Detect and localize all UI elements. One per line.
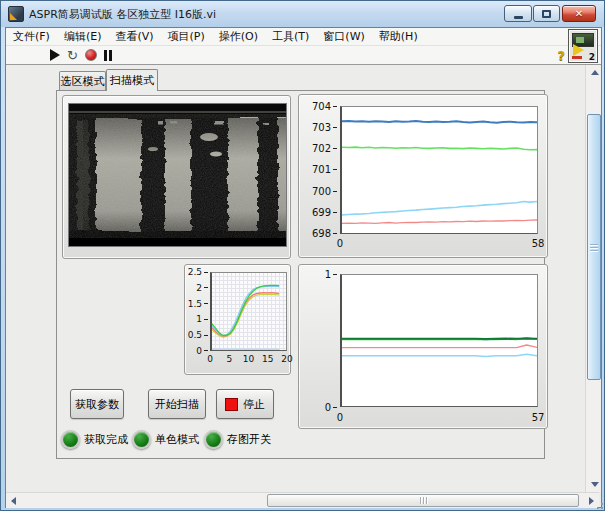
toolbar: ↻ bbox=[6, 46, 601, 65]
x-axis-labels: 05101520 bbox=[210, 354, 287, 364]
menu-item-7[interactable]: 窗口(W) bbox=[316, 29, 371, 44]
led-acquire-done: 获取完成 bbox=[61, 430, 128, 449]
horizontal-scrollbar[interactable] bbox=[6, 492, 599, 508]
series-blue bbox=[342, 121, 537, 123]
run-continuous-icon[interactable]: ↻ bbox=[67, 49, 78, 62]
led-label: 单色模式 bbox=[155, 432, 199, 447]
camera-image-graphic bbox=[69, 104, 286, 246]
menu-item-1[interactable]: 文件(F) bbox=[6, 29, 57, 44]
labview-app-icon bbox=[8, 6, 24, 22]
start-scan-label: 开始扫描 bbox=[155, 397, 199, 412]
horizontal-scroll-thumb[interactable] bbox=[267, 494, 579, 507]
vi-icon-arrow bbox=[573, 44, 584, 56]
menu-item-5[interactable]: 操作(O) bbox=[212, 29, 265, 44]
menu-item-6[interactable]: 工具(T) bbox=[265, 29, 316, 44]
maximize-icon bbox=[542, 10, 551, 18]
normalized-waveform-chart: 10 057 bbox=[298, 264, 548, 429]
get-params-label: 获取参数 bbox=[75, 397, 119, 412]
camera-image-panel bbox=[62, 95, 291, 259]
led-label: 获取完成 bbox=[84, 432, 128, 447]
abort-button-icon[interactable] bbox=[85, 49, 97, 61]
vi-icon: 2 bbox=[568, 29, 598, 63]
x-axis-labels: 058 bbox=[340, 238, 538, 249]
plot-area bbox=[340, 274, 538, 407]
series-green bbox=[342, 147, 537, 150]
y-axis-labels: 2.521.510.50 bbox=[185, 272, 208, 351]
stop-button[interactable]: 停止 bbox=[216, 389, 274, 419]
tab-scan-mode[interactable]: 扫描模式 bbox=[106, 69, 158, 91]
led-label: 存图开关 bbox=[227, 432, 271, 447]
menu-item-2[interactable]: 编辑(E) bbox=[57, 29, 109, 44]
plot-lines bbox=[342, 275, 537, 406]
plot-area bbox=[340, 106, 538, 234]
client-area: 文件(F)编辑(E)查看(V)项目(P)操作(O)工具(T)窗口(W)帮助(H)… bbox=[5, 27, 602, 508]
series-yellow bbox=[212, 294, 279, 337]
scroll-up-icon[interactable] bbox=[591, 70, 599, 75]
menu-bar: 文件(F)编辑(E)查看(V)项目(P)操作(O)工具(T)窗口(W)帮助(H) bbox=[6, 28, 601, 46]
series-red bbox=[342, 345, 537, 348]
series-red bbox=[342, 220, 537, 223]
close-button[interactable]: ✕ bbox=[562, 5, 596, 22]
camera-image bbox=[68, 103, 287, 247]
app-window: ASPR简易调试版 各区独立型 I16版.vi ✕ 文件(F)编辑(E)查看(V… bbox=[0, 0, 605, 511]
led-indicator bbox=[61, 430, 80, 449]
y-axis-labels: 10 bbox=[303, 274, 337, 407]
plot-area bbox=[210, 272, 287, 351]
calibration-curve-graph: 2.521.510.50 05101520 bbox=[184, 264, 291, 375]
title-bar[interactable]: ASPR简易调试版 各区独立型 I16版.vi ✕ bbox=[1, 1, 604, 27]
close-icon: ✕ bbox=[575, 8, 583, 19]
series-lightblue bbox=[342, 354, 537, 356]
tab-selection-mode[interactable]: 选区模式 bbox=[59, 71, 106, 90]
scan-waveform-chart: 704703702701700699698 058 bbox=[298, 94, 548, 258]
scroll-left-button[interactable] bbox=[6, 493, 22, 509]
plot-lines bbox=[342, 107, 537, 233]
x-axis-labels: 057 bbox=[340, 412, 538, 423]
window-title: ASPR简易调试版 各区独立型 I16版.vi bbox=[29, 7, 216, 22]
series-lightblue bbox=[342, 202, 537, 215]
led-mono-mode[interactable]: 单色模式 bbox=[132, 430, 199, 449]
scroll-down-icon[interactable] bbox=[591, 482, 599, 487]
led-indicator[interactable] bbox=[204, 430, 223, 449]
vertical-scroll-thumb[interactable] bbox=[587, 114, 601, 380]
plot-lines bbox=[212, 273, 286, 350]
stop-label: 停止 bbox=[243, 397, 265, 412]
vertical-scrollbar[interactable] bbox=[585, 65, 601, 492]
run-button-icon[interactable] bbox=[50, 49, 60, 61]
pause-button-icon[interactable] bbox=[104, 50, 112, 61]
led-indicator[interactable] bbox=[132, 430, 151, 449]
stop-icon bbox=[225, 398, 238, 411]
start-scan-button[interactable]: 开始扫描 bbox=[148, 389, 206, 419]
menu-item-8[interactable]: 帮助(H) bbox=[372, 29, 425, 44]
y-axis-labels: 704703702701700699698 bbox=[303, 106, 337, 234]
maximize-button[interactable] bbox=[533, 5, 560, 22]
get-params-button[interactable]: 获取参数 bbox=[70, 389, 124, 419]
vi-icon-badge: 2 bbox=[589, 52, 595, 62]
menu-item-4[interactable]: 项目(P) bbox=[161, 29, 212, 44]
context-help-icon[interactable]: ? bbox=[557, 48, 565, 63]
minimize-icon bbox=[514, 16, 523, 19]
led-save-image-switch[interactable]: 存图开关 bbox=[204, 430, 271, 449]
scroll-left-icon bbox=[11, 497, 16, 505]
resize-grip[interactable] bbox=[593, 499, 603, 509]
minimize-button[interactable] bbox=[504, 5, 532, 22]
menu-item-3[interactable]: 查看(V) bbox=[108, 29, 160, 44]
series-lightblue bbox=[212, 286, 279, 336]
vi-icon-red-bar bbox=[572, 56, 582, 59]
